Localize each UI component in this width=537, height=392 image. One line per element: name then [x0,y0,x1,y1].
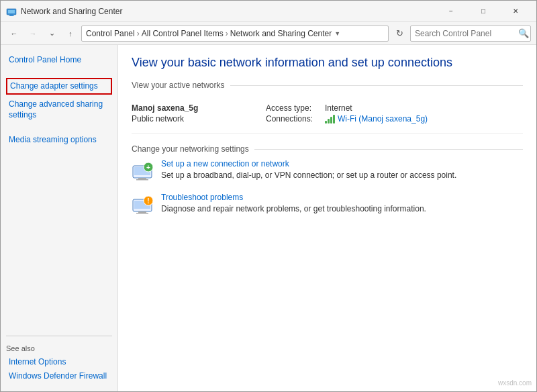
sidebar-item-change-advanced[interactable]: Change advanced sharing settings [6,97,112,123]
svg-rect-1 [8,10,15,13]
sidebar-item-internet-options[interactable]: Internet Options [6,355,112,369]
network-info-box: Manoj saxena_5g Public network Access ty… [132,95,523,134]
troubleshoot-item: ! Troubleshoot problems Diagnose and rep… [132,193,523,215]
access-type-label: Access type: [266,103,320,113]
up-button[interactable]: ↑ [62,26,79,42]
recent-button[interactable]: ⌄ [44,26,60,42]
svg-rect-3 [9,15,14,16]
wifi-bars-icon [325,114,335,124]
sidebar-item-windows-defender[interactable]: Windows Defender Firewall [6,369,112,383]
svg-text:!: ! [147,197,149,205]
troubleshoot-link[interactable]: Troubleshoot problems [161,193,426,202]
forward-button[interactable]: → [25,26,41,42]
main-layout: Control Panel Home Change adapter settin… [1,45,536,391]
window-title: Network and Sharing Center [21,7,436,16]
troubleshoot-icon: ! [132,194,153,215]
connections-label: Connections: [266,114,320,124]
svg-rect-7 [136,179,148,181]
new-connection-desc: Set up a broadband, dial-up, or VPN conn… [161,170,456,180]
svg-rect-12 [138,211,146,213]
new-connection-item: + Set up a new connection or network Set… [132,159,523,182]
address-path[interactable]: Control Panel › All Control Panel Items … [81,26,389,42]
breadcrumb-control-panel[interactable]: Control Panel [86,29,135,38]
search-box[interactable]: 🔍 [410,26,531,42]
content-area: View your basic network information and … [118,45,536,391]
active-networks-header: View your active networks [132,81,523,90]
connections-row: Connections: Wi-Fi (Manoj saxena_5g) [266,114,523,124]
wifi-bar-4 [333,115,335,124]
breadcrumb-network-sharing[interactable]: Network and Sharing Center [230,29,332,38]
sidebar: Control Panel Home Change adapter settin… [1,45,118,391]
network-type: Public network [132,114,266,124]
see-also-label: See also [6,344,112,352]
network-name-column: Manoj saxena_5g Public network [132,103,266,124]
window-icon [6,6,17,17]
title-bar: Network and Sharing Center − □ ✕ [1,1,536,22]
svg-rect-13 [136,213,148,214]
refresh-button[interactable]: ↻ [391,26,407,42]
wifi-bar-2 [328,119,330,124]
troubleshoot-text: Troubleshoot problems Diagnose and repai… [161,193,426,215]
network-name: Manoj saxena_5g [132,103,266,113]
search-input[interactable] [415,29,516,38]
back-button[interactable]: ← [6,26,22,42]
new-connection-icon: + [132,160,153,182]
page-title: View your basic network information and … [132,56,523,70]
sidebar-item-control-panel-home[interactable]: Control Panel Home [6,53,112,67]
breadcrumb-all-items[interactable]: All Control Panel Items [142,29,224,38]
wifi-bar-3 [330,117,332,124]
access-type-value: Internet [325,103,352,113]
troubleshoot-desc: Diagnose and repair network problems, or… [161,204,426,213]
main-window: Network and Sharing Center − □ ✕ ← → ⌄ ↑… [0,0,537,392]
search-icon: 🔍 [518,28,529,38]
sidebar-item-change-adapter[interactable]: Change adapter settings [6,78,112,95]
settings-header: Change your networking settings [132,144,523,154]
wifi-bar-1 [325,121,327,124]
new-connection-text: Set up a new connection or network Set u… [161,159,456,181]
svg-rect-6 [138,178,146,179]
networking-settings: Change your networking settings + [132,144,523,215]
network-access-column: Access type: Internet Connections: [266,103,523,125]
new-connection-link[interactable]: Set up a new connection or network [161,159,456,168]
minimize-button[interactable]: − [436,1,467,22]
maximize-button[interactable]: □ [468,1,499,22]
sidebar-see-also: See also Internet Options Windows Defend… [6,336,112,383]
address-bar: ← → ⌄ ↑ Control Panel › All Control Pane… [1,22,536,45]
sidebar-item-media-streaming[interactable]: Media streaming options [6,133,112,147]
connections-value: Wi-Fi (Manoj saxena_5g) [325,114,428,124]
access-type-row: Access type: Internet [266,103,523,113]
svg-text:+: + [146,164,150,171]
window-controls: − □ ✕ [436,1,531,22]
close-button[interactable]: ✕ [500,1,531,22]
wifi-connection-link[interactable]: Wi-Fi (Manoj saxena_5g) [338,114,428,124]
